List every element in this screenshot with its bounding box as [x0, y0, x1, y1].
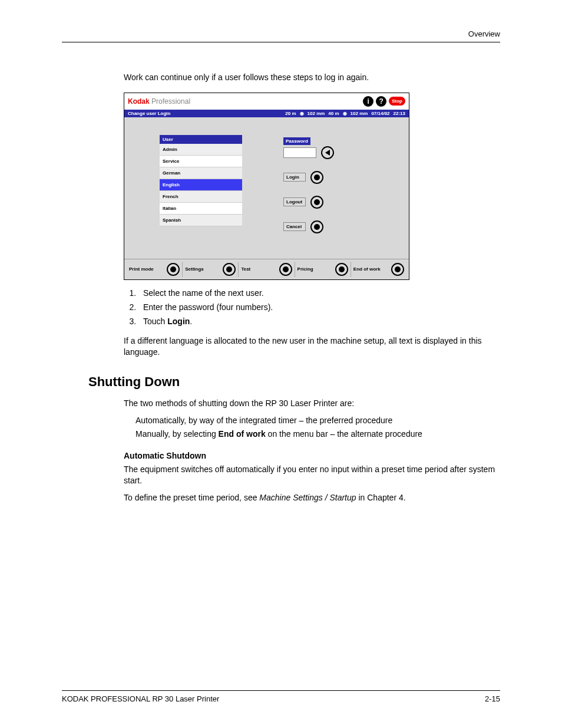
- step-1: Select the name of the next user.: [138, 288, 500, 298]
- tab-settings[interactable]: Settings: [183, 262, 239, 277]
- auto-shutdown-header: Automatic Shutdown: [124, 451, 500, 460]
- stop-button[interactable]: Stop: [389, 97, 405, 106]
- user-list-header: User: [160, 135, 242, 144]
- tab-end-of-work[interactable]: End of work: [351, 262, 406, 277]
- footer-page: 2-15: [485, 694, 500, 703]
- logout-button[interactable]: Logout: [283, 197, 306, 206]
- user-row[interactable]: Service: [160, 156, 242, 167]
- language-note: If a different language is allocated to …: [124, 335, 500, 358]
- user-row[interactable]: Admin: [160, 144, 242, 156]
- ss-bar-title: Change user Login: [128, 111, 170, 116]
- password-input[interactable]: [283, 147, 316, 158]
- user-row[interactable]: Italian: [160, 203, 242, 215]
- cancel-knob-icon[interactable]: [310, 220, 323, 233]
- user-row[interactable]: French: [160, 191, 242, 203]
- tab-print-mode[interactable]: Print mode: [127, 262, 183, 277]
- knob-icon: [335, 263, 348, 276]
- method-auto: Automatically, by way of the integrated …: [135, 415, 500, 427]
- status-time: 22:13: [394, 111, 405, 116]
- password-label: Password: [283, 137, 310, 145]
- step-3: Touch Login.: [138, 317, 500, 326]
- tab-pricing[interactable]: Pricing: [295, 262, 351, 277]
- brand: Kodak Professional: [128, 97, 190, 106]
- user-row-selected[interactable]: English: [160, 179, 242, 191]
- status-roll1-w: 102 mm: [308, 111, 325, 116]
- user-row[interactable]: German: [160, 167, 242, 179]
- status-roll2-w: 102 mm: [351, 111, 368, 116]
- shutdown-intro: The two methods of shutting down the RP …: [124, 398, 500, 409]
- login-knob-icon[interactable]: [310, 171, 323, 184]
- method-manual: Manually, by selecting End of work on th…: [135, 429, 500, 440]
- tab-test[interactable]: Test: [239, 262, 295, 277]
- brand-kodak: Kodak: [128, 97, 150, 106]
- roll-icon: ◉: [343, 111, 347, 116]
- logout-knob-icon[interactable]: [310, 196, 323, 209]
- section-shutting-down: Shutting Down: [88, 374, 500, 390]
- status-date: 07/14/02: [371, 111, 389, 116]
- step-2: Enter the password (four numbers).: [138, 302, 500, 312]
- user-row[interactable]: Spanish: [160, 215, 242, 226]
- knob-icon: [279, 263, 292, 276]
- brand-professional: Professional: [150, 97, 190, 106]
- back-icon[interactable]: [321, 146, 334, 159]
- cancel-button[interactable]: Cancel: [283, 222, 306, 231]
- login-button[interactable]: Login: [283, 173, 306, 182]
- auto-shutdown-ref: To define the preset time period, see Ma…: [124, 492, 500, 503]
- steps-list: Select the name of the next user. Enter …: [138, 288, 500, 326]
- status-roll2-len: 40 m: [328, 111, 339, 116]
- user-list: User Admin Service German English French…: [160, 135, 242, 235]
- intro-text: Work can continue only if a user follows…: [124, 72, 500, 83]
- login-screenshot: Kodak Professional i ? Stop Change user …: [124, 93, 409, 280]
- knob-icon: [167, 263, 180, 276]
- auto-shutdown-body: The equipment switches off automatically…: [124, 464, 500, 486]
- footer-left: KODAK PROFESSIONAL RP 30 Laser Printer: [62, 694, 219, 703]
- knob-icon: [223, 263, 236, 276]
- info-icon[interactable]: i: [363, 96, 373, 107]
- status-roll1-len: 20 m: [285, 111, 296, 116]
- help-icon[interactable]: ?: [376, 96, 386, 107]
- knob-icon: [391, 263, 404, 276]
- page-footer: KODAK PROFESSIONAL RP 30 Laser Printer 2…: [62, 690, 500, 703]
- roll-icon: ◉: [300, 111, 304, 116]
- ss-status-bar: Change user Login 20 m ◉ 102 mm 40 m ◉ 1…: [124, 110, 409, 117]
- ss-titlebar: Kodak Professional i ? Stop: [124, 93, 409, 110]
- page-header-right: Overview: [62, 29, 500, 42]
- ss-tabbar: Print mode Settings Test Pricing End of …: [124, 259, 409, 279]
